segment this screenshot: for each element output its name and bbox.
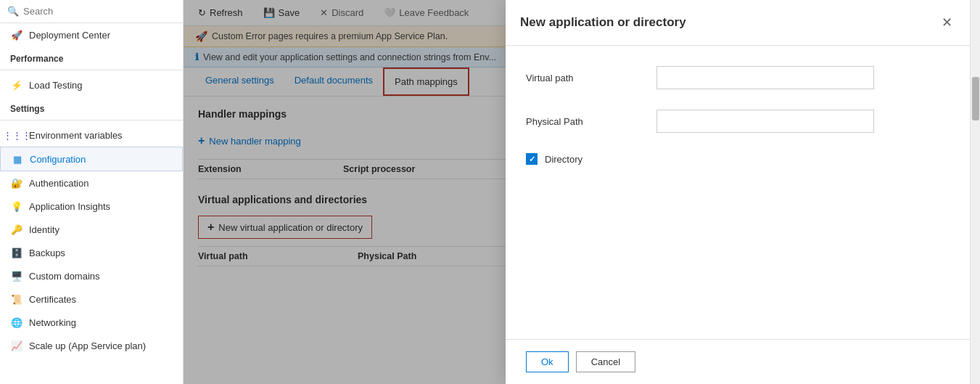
sidebar-item-networking[interactable]: 🌐 Networking [0,311,183,334]
sidebar-item-label: Authentication [29,178,88,189]
sidebar-item-label: Application Insights [29,201,110,212]
cancel-button[interactable]: Cancel [576,351,635,372]
domains-icon: 🖥️ [10,269,23,282]
divider [0,120,183,120]
scrollbar-track[interactable] [970,0,980,384]
dialog-body: Virtual path Physical Path Directory [506,46,970,339]
physical-path-input[interactable] [656,110,874,133]
scaleup-icon: 📈 [10,339,23,352]
dialog-title: New application or directory [520,15,686,30]
sidebar-item-label: Environment variables [29,130,123,141]
sidebar-item-label: Custom domains [29,271,100,282]
sidebar-item-label: Scale up (App Service plan) [29,340,146,351]
sidebar-item-label: Configuration [30,154,86,165]
physical-path-row: Physical Path [526,110,950,133]
scrollbar-thumb[interactable] [972,77,979,120]
sidebar-item-scale-up[interactable]: 📈 Scale up (App Service plan) [0,334,183,357]
performance-section-label: Performance [0,46,183,67]
config-icon: ▦ [11,152,24,166]
directory-checkbox-row: Directory [526,153,950,165]
env-icon: ⋮⋮⋮ [10,128,23,142]
backups-icon: 🗄️ [10,246,23,259]
sidebar-item-label: Networking [29,317,76,328]
physical-path-label: Physical Path [526,116,642,127]
virtual-path-input[interactable] [656,66,874,89]
settings-section-label: Settings [0,97,183,117]
sidebar-item-authentication[interactable]: 🔐 Authentication [0,171,183,195]
virtual-path-label: Virtual path [526,73,642,83]
sidebar-item-label: Certificates [29,294,76,305]
directory-checkbox[interactable] [526,153,538,165]
dialog-header: New application or directory ✕ [506,0,970,46]
sidebar-item-identity[interactable]: 🔑 Identity [0,218,183,241]
virtual-path-row: Virtual path [526,66,950,89]
search-input[interactable] [23,6,176,17]
sidebar-item-label: Deployment Center [29,30,110,41]
new-app-directory-dialog: New application or directory ✕ Virtual p… [506,0,970,384]
sidebar-item-configuration[interactable]: ▦ Configuration [0,147,183,171]
search-bar[interactable]: 🔍 [0,0,183,23]
ok-button[interactable]: Ok [526,351,569,372]
sidebar-item-label: Load Testing [29,80,83,91]
auth-icon: 🔐 [10,176,23,189]
directory-checkbox-label: Directory [545,154,582,165]
insights-icon: 💡 [10,200,23,213]
sidebar-item-application-insights[interactable]: 💡 Application Insights [0,195,183,218]
sidebar-item-deployment-center[interactable]: 🚀 Deployment Center [0,23,183,46]
loadtest-icon: ⚡ [10,78,23,91]
dialog-close-button[interactable]: ✕ [939,12,955,33]
search-icon: 🔍 [7,6,19,17]
divider [0,70,183,70]
sidebar-item-load-testing[interactable]: ⚡ Load Testing [0,73,183,97]
main-content: ↻ Refresh 💾 Save ✕ Discard 🤍 Leave Feedb… [184,0,970,384]
dialog-footer: Ok Cancel [506,339,970,384]
networking-icon: 🌐 [10,316,23,329]
rocket-icon: 🚀 [10,28,23,41]
sidebar-item-certificates[interactable]: 📜 Certificates [0,287,183,311]
certs-icon: 📜 [10,293,23,306]
sidebar: 🔍 🚀 Deployment Center Performance ⚡ Load… [0,0,184,384]
sidebar-item-environment-variables[interactable]: ⋮⋮⋮ Environment variables [0,123,183,147]
identity-icon: 🔑 [10,223,23,236]
sidebar-item-label: Identity [29,224,59,235]
sidebar-item-label: Backups [29,248,65,258]
sidebar-item-backups[interactable]: 🗄️ Backups [0,241,183,264]
sidebar-item-custom-domains[interactable]: 🖥️ Custom domains [0,264,183,287]
